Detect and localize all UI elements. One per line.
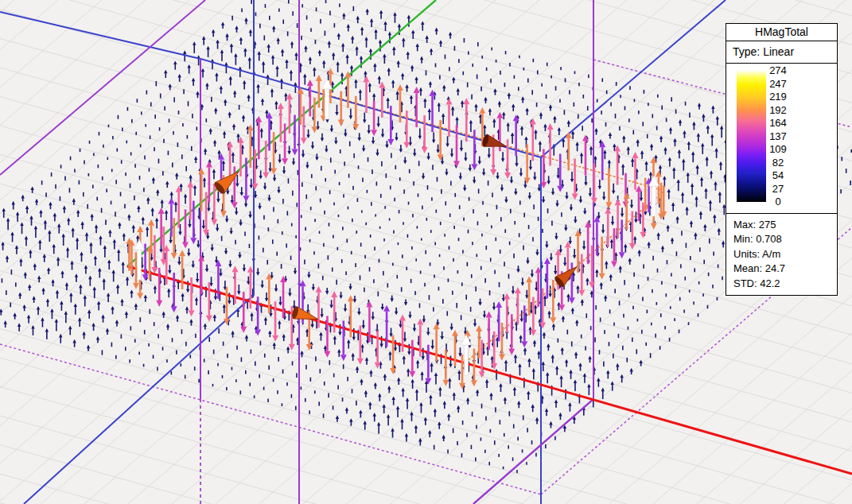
legend-scale-type: Type: Linear <box>726 41 837 64</box>
scale-tick-label: 82 <box>764 157 792 170</box>
scale-tick-label: 192 <box>764 104 792 118</box>
scale-tick-label: 164 <box>764 117 792 130</box>
scale-tick-label: 137 <box>764 130 792 144</box>
scale-tick-label: 219 <box>764 91 792 104</box>
legend-quantity-title: HMagTotal <box>726 24 837 41</box>
colorbar-gradient <box>737 71 766 202</box>
field-plot-window: HMagTotal Type: Linear 274 247 219 192 1… <box>0 0 852 504</box>
viewport-3d[interactable] <box>0 0 852 504</box>
scale-tick-label: 247 <box>764 78 792 91</box>
stat-min: Min: 0.708 <box>733 232 837 246</box>
scale-tick-label: 0 <box>764 196 792 209</box>
scale-tick-label: 109 <box>764 143 792 157</box>
colorbar-labels: 274 247 219 192 164 137 109 82 54 27 0 <box>764 64 792 209</box>
stat-mean: Mean: 24.7 <box>733 262 837 276</box>
legend-color-scale: 274 247 219 192 164 137 109 82 54 27 0 <box>726 64 837 214</box>
stat-units: Units: A/m <box>733 247 837 262</box>
legend-statistics: Max: 275 Min: 0.708 Units: A/m Mean: 24.… <box>726 214 837 295</box>
stat-std: STD: 42.2 <box>733 277 837 291</box>
stat-max: Max: 275 <box>733 218 837 232</box>
scale-tick-label: 54 <box>764 169 792 183</box>
color-scale-legend: HMagTotal Type: Linear 274 247 219 192 1… <box>726 23 838 296</box>
scale-tick-label: 274 <box>764 64 792 78</box>
scale-tick-label: 27 <box>764 183 792 196</box>
